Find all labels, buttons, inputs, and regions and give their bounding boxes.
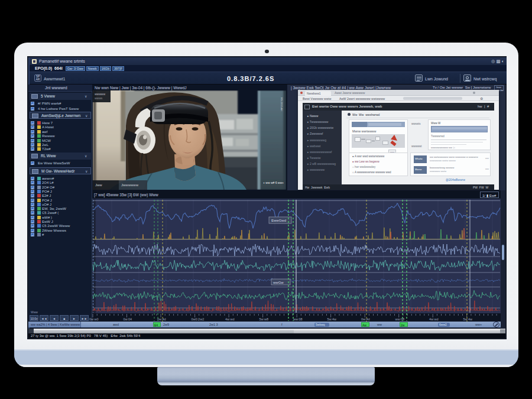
svg-text:5w:4w: 5w:4w <box>327 317 337 321</box>
svg-text:0w:w0: 0w:w0 <box>89 317 99 321</box>
svg-text:0w:4d: 0w:4d <box>361 317 370 321</box>
svg-text:0w:04: 0w:04 <box>124 317 132 321</box>
svg-text:EwwGwd: EwwGwd <box>271 219 286 222</box>
svg-text:ww:08: ww:08 <box>293 317 303 321</box>
svg-text:5w:w8: 5w:w8 <box>259 317 269 321</box>
svg-text:5w:4w: 5w:4w <box>463 317 473 321</box>
svg-text:4w:wd: 4w:wd <box>429 317 439 321</box>
svg-text:0w0:2w2: 0w0:2w2 <box>192 317 205 321</box>
svg-text:wwGw: wwGw <box>273 281 284 284</box>
svg-text:0w:4d: 0w:4d <box>157 317 166 321</box>
svg-text:4w:wd: 4w:wd <box>225 317 235 321</box>
